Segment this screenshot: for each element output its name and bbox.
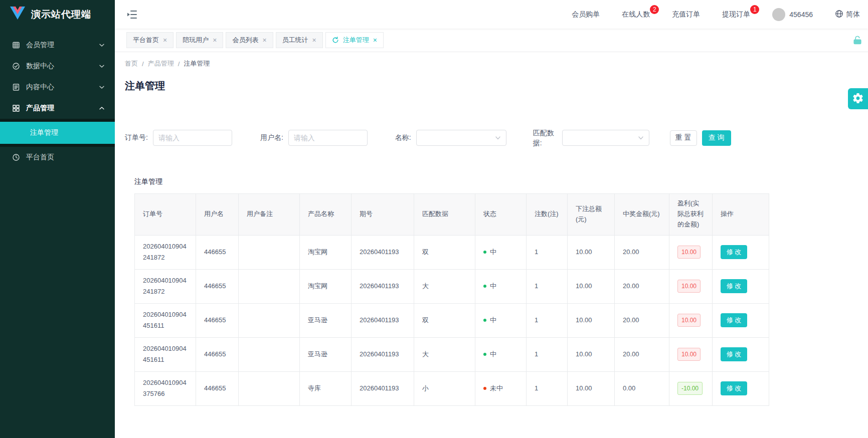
edit-button[interactable]: 修 改 (721, 313, 747, 327)
cell-order-no: 202604010904375766 (135, 371, 196, 405)
badge-online-count: 2 (650, 5, 659, 14)
chevron-down-icon (495, 135, 501, 141)
cell-remark (239, 303, 300, 337)
cell-username: 446655 (196, 337, 239, 371)
cell-profit: 10.00 (669, 269, 713, 303)
sidebar-subitem-bet-management[interactable]: 注单管理 (0, 122, 115, 144)
cell-action: 修 改 (713, 303, 769, 337)
tab-companion-users[interactable]: 陪玩用户× (176, 32, 223, 48)
sidebar-item-label: 内容中心 (26, 83, 92, 92)
status-dot (483, 319, 486, 322)
cell-product: 淘宝网 (300, 269, 352, 303)
cell-order-no: 202604010904451611 (135, 337, 196, 371)
topbar-item-withdraw-orders[interactable]: 提现订单1 (722, 10, 750, 19)
cell-username: 446655 (196, 303, 239, 337)
username-label: 用户名: (260, 133, 283, 142)
sidebar-item-data-center[interactable]: 数据中心 (0, 56, 115, 77)
edit-button[interactable]: 修 改 (721, 279, 747, 293)
topbar: 会员购单在线人数2充值订单提现订单1456456简体 (115, 0, 868, 29)
language-switcher[interactable]: 简体 (835, 10, 860, 20)
status-text: 中 (490, 281, 496, 292)
chevron-down-icon (98, 41, 106, 49)
match-data-label: 匹配数据: (533, 128, 557, 148)
cell-action: 修 改 (713, 269, 769, 303)
logo: 演示站代理端 (0, 0, 115, 29)
close-icon[interactable]: × (373, 37, 377, 44)
close-icon[interactable]: × (213, 37, 217, 44)
close-icon[interactable]: × (262, 37, 266, 44)
match-data-select[interactable] (562, 130, 649, 146)
profit-badge: 10.00 (677, 246, 701, 259)
breadcrumb-item[interactable]: 产品管理 (148, 59, 174, 68)
topbar-item-recharge-orders[interactable]: 充值订单 (672, 10, 700, 19)
globe-icon (835, 10, 843, 20)
username: 456456 (789, 11, 813, 19)
tab-staff-stats[interactable]: 员工统计× (276, 32, 323, 48)
unlock-icon[interactable] (853, 36, 862, 45)
cell-remark (239, 269, 300, 303)
edit-button[interactable]: 修 改 (721, 381, 747, 395)
breadcrumb-separator: / (142, 60, 144, 68)
cell-action: 修 改 (713, 337, 769, 371)
profit-badge: 10.00 (677, 314, 701, 327)
document-icon (12, 83, 20, 91)
refresh-icon[interactable] (332, 37, 339, 44)
app-root: 演示站代理端 会员管理数据中心内容中心产品管理注单管理平台首页 会员购单在线人数… (0, 0, 868, 438)
cell-bets: 1 (527, 235, 568, 269)
tab-member-list[interactable]: 会员列表× (226, 32, 273, 48)
edit-button[interactable]: 修 改 (721, 347, 747, 361)
page-title: 注单管理 (125, 79, 858, 93)
breadcrumb-item[interactable]: 首页 (125, 59, 138, 68)
close-icon[interactable]: × (163, 37, 167, 44)
sidebar-item-label: 数据中心 (26, 62, 92, 71)
cell-bets: 1 (527, 337, 568, 371)
cell-bets: 1 (527, 303, 568, 337)
status-text: 中 (490, 315, 496, 326)
settings-button[interactable] (848, 88, 868, 109)
name-select[interactable] (416, 130, 506, 146)
cell-order-no: 202604010904241872 (135, 269, 196, 303)
tab-bet-management[interactable]: 注单管理× (325, 32, 384, 48)
tab-label: 会员列表 (232, 36, 258, 45)
cell-username: 446655 (196, 235, 239, 269)
filter-bar: 订单号: 用户名: 名称: 匹配数据: 重 置 查 询 (125, 128, 858, 148)
status-dot (483, 387, 486, 390)
edit-button[interactable]: 修 改 (721, 245, 747, 259)
logo-icon (10, 7, 25, 22)
username-input[interactable] (288, 130, 368, 146)
user-menu[interactable]: 456456 (772, 8, 813, 21)
sidebar: 演示站代理端 会员管理数据中心内容中心产品管理注单管理平台首页 (0, 0, 115, 438)
status-text: 中 (490, 247, 496, 258)
cell-product: 亚马逊 (300, 303, 352, 337)
status-text: 未中 (490, 383, 503, 394)
sidebar-collapse-icon[interactable] (126, 9, 138, 21)
cell-win-amount: 20.00 (615, 269, 669, 303)
cell-profit: -10.00 (669, 371, 713, 405)
column-header: 用户名 (196, 193, 239, 235)
topbar-item-online-count[interactable]: 在线人数2 (622, 10, 650, 19)
sidebar-item-content-center[interactable]: 内容中心 (0, 77, 115, 98)
close-icon[interactable]: × (312, 37, 316, 44)
sidebar-item-member-management[interactable]: 会员管理 (0, 35, 115, 56)
table-header-row: 订单号用户名用户备注产品名称期号匹配数据状态注数(注)下注总额(元)中奖金额(元… (135, 193, 769, 235)
reset-button[interactable]: 重 置 (670, 130, 697, 146)
topbar-right: 会员购单在线人数2充值订单提现订单1456456简体 (572, 8, 860, 21)
cell-order-no: 202604010904241872 (135, 235, 196, 269)
order-no-input[interactable] (153, 130, 232, 146)
search-button[interactable]: 查 询 (702, 130, 731, 146)
table-row: 202604010904241872446655淘宝网20260401193大中… (135, 269, 769, 303)
status-dot (483, 353, 486, 356)
language-label: 简体 (846, 10, 860, 19)
cell-bets: 1 (527, 269, 568, 303)
cell-bet-total: 10.00 (568, 337, 615, 371)
status-dot (483, 251, 486, 254)
topbar-item-member-orders[interactable]: 会员购单 (572, 10, 600, 19)
sidebar-menu: 会员管理数据中心内容中心产品管理注单管理平台首页 (0, 29, 115, 168)
modules-icon (12, 104, 20, 112)
cell-remark (239, 337, 300, 371)
sidebar-item-platform-home[interactable]: 平台首页 (0, 147, 115, 168)
tab-platform-home[interactable]: 平台首页× (126, 32, 173, 48)
table-row: 202604010904451611446655亚马逊20260401193双中… (135, 303, 769, 337)
sidebar-item-product-management[interactable]: 产品管理 (0, 98, 115, 119)
chevron-down-icon (98, 62, 106, 70)
